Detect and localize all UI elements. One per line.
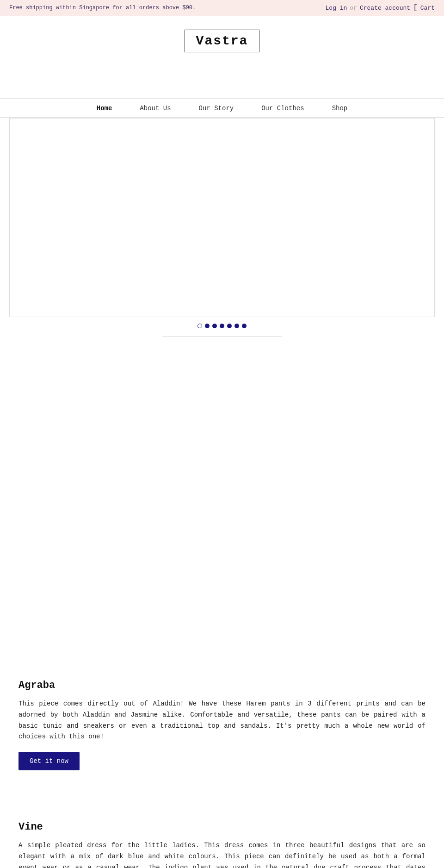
dot-3[interactable]: [212, 324, 217, 328]
product-section-vine: Vine A simple pleated dress for the litt…: [0, 803, 444, 868]
section-spacer-1: [0, 784, 444, 803]
announcement-text: Free shipping within Singapore for all o…: [9, 5, 196, 11]
cart-bracket: [: [413, 4, 418, 12]
dot-7[interactable]: [242, 324, 247, 328]
get-now-button-agraba[interactable]: Get it now: [18, 752, 80, 770]
product-description-agraba: This piece comes directly out of Aladdin…: [18, 699, 426, 743]
content-spacer: [0, 337, 444, 661]
top-links: Log in or Create account [ Cart: [326, 4, 435, 12]
nav-item-home[interactable]: Home: [97, 105, 112, 112]
product-description-vine: A simple pleated dress for the little la…: [18, 840, 426, 868]
slide-dots: [0, 317, 444, 332]
dot-1[interactable]: [197, 324, 202, 328]
product-title-vine: Vine: [18, 821, 426, 833]
logo-area: Vastra: [0, 16, 444, 62]
or-separator: or: [350, 5, 357, 12]
main-nav: Home About Us Our Story Our Clothes Shop: [0, 99, 444, 118]
hero-top-spacer: [0, 62, 444, 99]
cart-link[interactable]: Cart: [420, 5, 435, 12]
logo[interactable]: Vastra: [185, 30, 260, 52]
product-section-agraba: Agraba This piece comes directly out of …: [0, 661, 444, 784]
dot-6[interactable]: [234, 324, 239, 328]
slideshow[interactable]: [9, 118, 435, 317]
nav-item-shop[interactable]: Shop: [332, 105, 348, 112]
nav-item-our-story[interactable]: Our Story: [199, 105, 234, 112]
create-account-link[interactable]: Create account: [360, 5, 410, 12]
nav-item-about[interactable]: About Us: [140, 105, 171, 112]
announcement-bar: Free shipping within Singapore for all o…: [0, 0, 444, 16]
dot-4[interactable]: [220, 324, 224, 328]
dot-5[interactable]: [227, 324, 232, 328]
dot-2[interactable]: [205, 324, 210, 328]
login-link[interactable]: Log in: [326, 5, 347, 12]
nav-item-our-clothes[interactable]: Our Clothes: [261, 105, 304, 112]
product-title-agraba: Agraba: [18, 680, 426, 691]
